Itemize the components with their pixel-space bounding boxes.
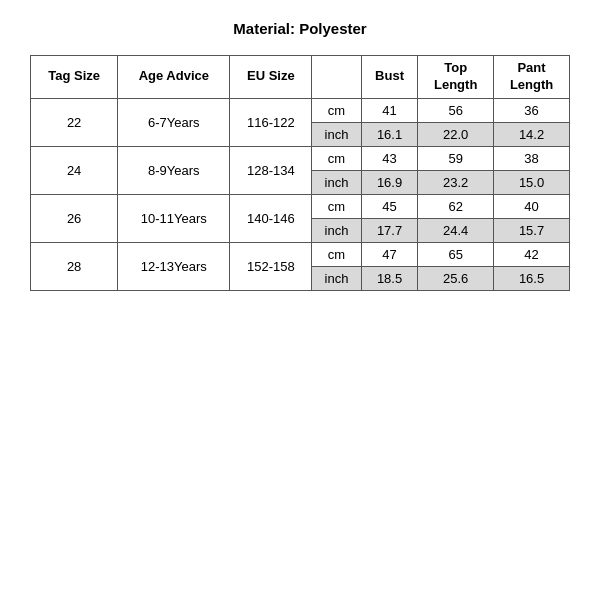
cell-unit-cm: cm	[312, 242, 362, 266]
cell-pant-length-inch: 15.7	[494, 218, 570, 242]
cell-bust-inch: 16.1	[361, 122, 417, 146]
cell-unit-inch: inch	[312, 170, 362, 194]
page-title: Material: Polyester	[233, 20, 366, 37]
table-row: 22 6-7Years 116-122 cm 41 56 36	[31, 98, 570, 122]
cell-tag-size: 28	[31, 242, 118, 290]
cell-pant-length-cm: 40	[494, 194, 570, 218]
cell-top-length-cm: 56	[418, 98, 494, 122]
header-unit	[312, 56, 362, 99]
header-tag-size: Tag Size	[31, 56, 118, 99]
cell-top-length-inch: 22.0	[418, 122, 494, 146]
cell-eu-size: 152-158	[230, 242, 312, 290]
cell-tag-size: 22	[31, 98, 118, 146]
cell-top-length-inch: 24.4	[418, 218, 494, 242]
cell-top-length-inch: 25.6	[418, 266, 494, 290]
cell-unit-cm: cm	[312, 194, 362, 218]
cell-bust-inch: 18.5	[361, 266, 417, 290]
cell-eu-size: 116-122	[230, 98, 312, 146]
cell-pant-length-inch: 15.0	[494, 170, 570, 194]
cell-tag-size: 26	[31, 194, 118, 242]
cell-bust-cm: 47	[361, 242, 417, 266]
cell-bust-cm: 41	[361, 98, 417, 122]
cell-top-length-cm: 62	[418, 194, 494, 218]
header-age-advice: Age Advice	[118, 56, 230, 99]
table-row: 28 12-13Years 152-158 cm 47 65 42	[31, 242, 570, 266]
cell-unit-cm: cm	[312, 98, 362, 122]
cell-bust-cm: 45	[361, 194, 417, 218]
cell-pant-length-cm: 42	[494, 242, 570, 266]
cell-age-advice: 6-7Years	[118, 98, 230, 146]
cell-top-length-inch: 23.2	[418, 170, 494, 194]
table-header-row: Tag Size Age Advice EU Size Bust TopLeng…	[31, 56, 570, 99]
cell-age-advice: 8-9Years	[118, 146, 230, 194]
cell-age-advice: 10-11Years	[118, 194, 230, 242]
cell-pant-length-cm: 38	[494, 146, 570, 170]
header-top-length: TopLength	[418, 56, 494, 99]
table-row: 24 8-9Years 128-134 cm 43 59 38	[31, 146, 570, 170]
cell-tag-size: 24	[31, 146, 118, 194]
header-pant-length: PantLength	[494, 56, 570, 99]
cell-pant-length-inch: 16.5	[494, 266, 570, 290]
cell-unit-inch: inch	[312, 266, 362, 290]
header-bust: Bust	[361, 56, 417, 99]
cell-bust-inch: 16.9	[361, 170, 417, 194]
cell-age-advice: 12-13Years	[118, 242, 230, 290]
cell-unit-inch: inch	[312, 218, 362, 242]
cell-bust-inch: 17.7	[361, 218, 417, 242]
cell-unit-inch: inch	[312, 122, 362, 146]
cell-pant-length-inch: 14.2	[494, 122, 570, 146]
cell-top-length-cm: 65	[418, 242, 494, 266]
size-chart: Tag Size Age Advice EU Size Bust TopLeng…	[30, 55, 570, 291]
cell-unit-cm: cm	[312, 146, 362, 170]
table-row: 26 10-11Years 140-146 cm 45 62 40	[31, 194, 570, 218]
cell-eu-size: 140-146	[230, 194, 312, 242]
cell-eu-size: 128-134	[230, 146, 312, 194]
cell-pant-length-cm: 36	[494, 98, 570, 122]
header-eu-size: EU Size	[230, 56, 312, 99]
cell-bust-cm: 43	[361, 146, 417, 170]
cell-top-length-cm: 59	[418, 146, 494, 170]
